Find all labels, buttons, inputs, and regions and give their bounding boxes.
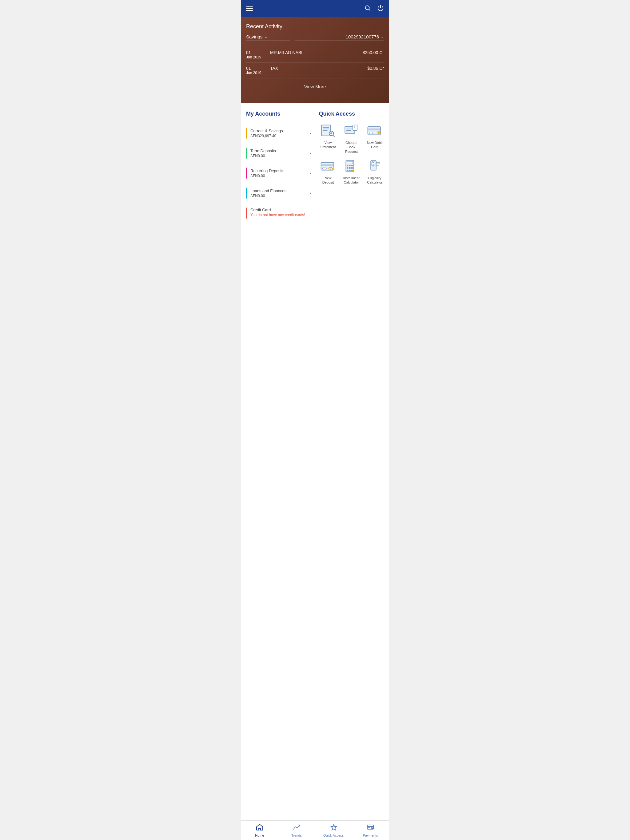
view-statement-label: ViewStatement	[320, 141, 336, 149]
installment-calculator-icon	[343, 159, 360, 174]
eligibility-calculator-button[interactable]: EligibilityCalculator	[366, 159, 384, 185]
transaction-item[interactable]: 01 Jun 2019 TAX $0.86 Dr	[246, 63, 384, 78]
menu-icon[interactable]	[246, 6, 253, 11]
quick-access-nav-label: Quick Access	[323, 834, 343, 837]
transaction-list: 01 Jun 2019 MR.MILAD NABI $250.00 Cr 01 …	[246, 47, 384, 78]
my-accounts-title: My Accounts	[246, 111, 311, 117]
power-icon[interactable]	[377, 5, 384, 13]
nav-payments[interactable]: Payments	[352, 821, 389, 840]
account-balance: AFN0.00	[250, 174, 310, 178]
svg-rect-17	[368, 128, 381, 130]
credit-card-item[interactable]: Credit Card You do not have any credit c…	[246, 203, 311, 223]
eligibility-calculator-icon	[366, 159, 383, 174]
new-debit-card-button[interactable]: New DebitCard	[366, 123, 384, 154]
header-left	[246, 6, 253, 11]
credit-card-message: You do not have any credit cards!	[250, 213, 311, 217]
account-info: Recurring Deposits AFN0.00	[250, 169, 310, 178]
account-number-chevron: ⌄	[381, 35, 384, 39]
svg-rect-36	[351, 170, 353, 171]
trends-icon	[293, 824, 300, 832]
credit-card-name: Credit Card	[250, 208, 311, 212]
svg-rect-28	[347, 165, 348, 166]
quick-access-grid: ViewStatement Cheque Boo	[319, 123, 384, 185]
view-statement-button[interactable]: ViewStatement	[319, 123, 337, 154]
account-info: Loans and Finances AFN0.00	[250, 188, 310, 198]
account-chevron-icon: ›	[310, 171, 311, 175]
search-icon[interactable]	[364, 5, 371, 13]
tx-date: 01 Jun 2019	[246, 50, 268, 59]
cheque-book-request-button[interactable]: Cheque BookRequest	[342, 123, 361, 154]
svg-line-8	[333, 135, 334, 136]
installment-calculator-label: InstallmentCalculator	[343, 176, 359, 185]
account-balance: AFN0.00	[250, 154, 310, 158]
svg-rect-25	[323, 167, 327, 169]
svg-marker-46	[331, 824, 337, 830]
account-info: Current & Savings AFN329,697.40	[250, 128, 310, 138]
account-chevron-icon: ›	[310, 191, 311, 196]
new-debit-card-label: New DebitCard	[367, 141, 383, 149]
payments-label: Payments	[363, 834, 378, 837]
transaction-item[interactable]: 01 Jun 2019 MR.MILAD NABI $250.00 Cr	[246, 47, 384, 63]
credit-card-bar	[246, 208, 247, 219]
account-chevron-icon: ›	[310, 131, 311, 136]
loans-finances-item[interactable]: Loans and Finances AFN0.00 ›	[246, 183, 311, 203]
payments-icon	[367, 824, 374, 832]
tx-description: MR.MILAD NABI	[268, 50, 362, 55]
quick-access-icon	[330, 824, 337, 832]
svg-rect-22	[321, 164, 334, 166]
new-deposit-button[interactable]: New Deposit	[319, 159, 337, 185]
account-name: Recurring Deposits	[250, 169, 310, 173]
app-header	[241, 0, 389, 17]
account-info: Term Deposits AFN0.00	[250, 148, 310, 158]
filter-row: Savings ⌄ 1002992100776 ⌄	[246, 34, 384, 41]
tx-amount: $250.00 Cr	[362, 50, 384, 55]
nav-quick-access[interactable]: Quick Access	[315, 821, 352, 840]
account-number-filter[interactable]: 1002992100776 ⌄	[295, 34, 384, 41]
account-type-filter[interactable]: Savings ⌄	[246, 34, 290, 41]
home-icon	[256, 824, 263, 832]
cheque-book-request-icon	[343, 123, 360, 138]
svg-rect-32	[349, 167, 351, 169]
loans-finances-bar	[246, 188, 247, 199]
view-more-button[interactable]: View More	[246, 78, 384, 95]
svg-point-9	[330, 133, 332, 134]
eligibility-calculator-label: EligibilityCalculator	[367, 176, 382, 185]
svg-rect-34	[347, 170, 348, 171]
nav-home[interactable]: Home	[241, 821, 278, 840]
home-label: Home	[255, 834, 264, 837]
bottom-navigation: Home Trends Quick Access P	[241, 820, 389, 840]
account-number-label: 1002992100776	[346, 34, 379, 39]
quick-access-title: Quick Access	[319, 111, 384, 117]
recurring-deposits-bar	[246, 167, 247, 178]
account-balance: AFN329,697.40	[250, 134, 310, 138]
term-deposits-item[interactable]: Term Deposits AFN0.00 ›	[246, 143, 311, 163]
account-chevron-icon: ›	[310, 151, 311, 156]
svg-point-0	[366, 6, 369, 9]
account-name: Current & Savings	[250, 128, 310, 133]
account-info: Credit Card You do not have any credit c…	[250, 208, 311, 217]
svg-rect-33	[351, 167, 353, 169]
account-name: Loans and Finances	[250, 188, 310, 193]
current-savings-bar	[246, 128, 247, 139]
nav-trends[interactable]: Trends	[278, 821, 315, 840]
svg-rect-29	[349, 165, 351, 166]
tx-amount: $0.86 Dr	[367, 66, 384, 71]
svg-rect-49	[368, 827, 370, 828]
term-deposits-bar	[246, 148, 247, 159]
account-name: Term Deposits	[250, 148, 310, 153]
recurring-deposits-item[interactable]: Recurring Deposits AFN0.00 ›	[246, 163, 311, 183]
quick-access-column: Quick Access	[315, 111, 384, 223]
tx-description: TAX	[268, 66, 367, 71]
current-savings-item[interactable]: Current & Savings AFN329,697.40 ›	[246, 123, 311, 143]
svg-rect-18	[369, 132, 372, 134]
svg-point-42	[372, 161, 374, 163]
svg-rect-35	[349, 170, 351, 171]
cheque-book-request-label: Cheque BookRequest	[342, 141, 361, 154]
new-deposit-icon	[319, 159, 337, 174]
account-type-chevron: ⌄	[264, 35, 268, 39]
account-type-label: Savings	[246, 34, 263, 39]
svg-rect-27	[347, 161, 353, 164]
installment-calculator-button[interactable]: InstallmentCalculator	[342, 159, 361, 185]
two-column-layout: My Accounts Current & Savings AFN329,697…	[246, 111, 384, 223]
view-statement-icon	[319, 123, 337, 138]
